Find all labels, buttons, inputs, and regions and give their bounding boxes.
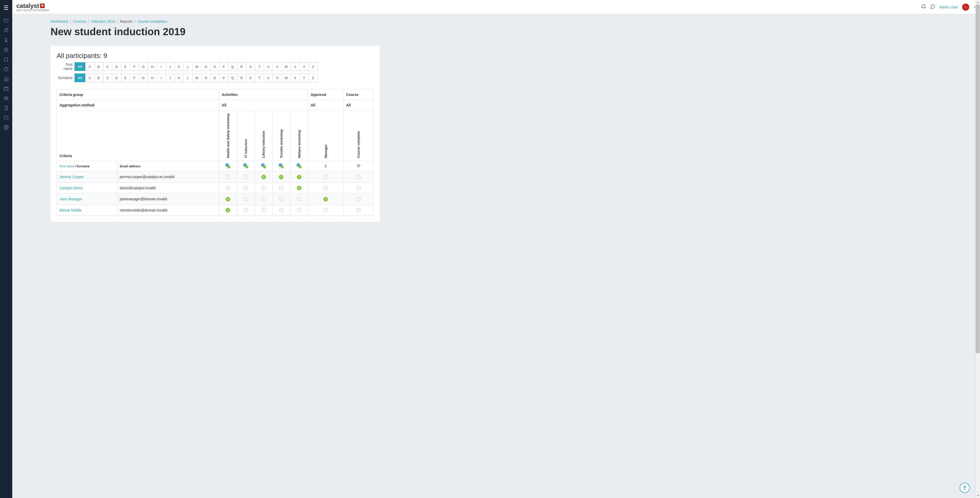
- sidebar-item-star[interactable]: [0, 45, 12, 55]
- activity-col-header[interactable]: Health and Safety workshop: [219, 110, 237, 161]
- person-name-link[interactable]: Minnie Mobile: [59, 208, 81, 212]
- breadcrumb-item[interactable]: Course completion: [138, 19, 167, 24]
- status-cell[interactable]: [272, 172, 290, 183]
- alpha-y[interactable]: Y: [300, 62, 309, 71]
- alpha-m[interactable]: M: [192, 73, 202, 82]
- sidebar-item-folder2[interactable]: [0, 113, 12, 123]
- scrollbar-thumb[interactable]: [976, 5, 980, 353]
- alpha-w[interactable]: W: [282, 73, 291, 82]
- status-cell[interactable]: [290, 172, 308, 183]
- alpha-q[interactable]: Q: [228, 62, 237, 71]
- alpha-z[interactable]: Z: [309, 73, 318, 82]
- hamburger-icon[interactable]: ☰: [3, 5, 9, 11]
- course-col-header[interactable]: Course complete: [344, 110, 374, 161]
- status-cell[interactable]: [290, 194, 308, 205]
- alpha-s[interactable]: S: [246, 73, 255, 82]
- alpha-l[interactable]: L: [183, 73, 192, 82]
- status-cell[interactable]: [237, 194, 255, 205]
- sidebar-item-graduation[interactable]: [0, 93, 12, 103]
- status-cell[interactable]: [255, 194, 272, 205]
- alpha-k[interactable]: K: [175, 73, 184, 82]
- status-cell[interactable]: [344, 182, 374, 194]
- alpha-m[interactable]: M: [192, 62, 202, 71]
- alpha-s[interactable]: S: [246, 62, 255, 71]
- person-name-link[interactable]: Jemma Cooper: [59, 175, 84, 179]
- alpha-x[interactable]: X: [291, 73, 300, 82]
- status-cell[interactable]: [255, 172, 272, 183]
- alpha-n[interactable]: N: [201, 73, 210, 82]
- messages-icon[interactable]: [930, 4, 935, 10]
- logo[interactable]: catalyst⚑ open source technologists: [16, 3, 49, 11]
- alpha-r[interactable]: R: [237, 62, 246, 71]
- alpha-v[interactable]: V: [273, 62, 282, 71]
- activity-col-header[interactable]: Mahara workshop: [290, 110, 308, 161]
- activity-col-header[interactable]: Turnitin workshop: [272, 110, 290, 161]
- alpha-u[interactable]: U: [264, 62, 273, 71]
- alpha-n[interactable]: N: [201, 62, 210, 71]
- sidebar-item-settings[interactable]: [0, 123, 12, 132]
- alpha-z[interactable]: Z: [309, 62, 318, 71]
- alpha-y[interactable]: Y: [300, 73, 309, 82]
- scrollbar[interactable]: ▲ ▼: [975, 0, 980, 498]
- alpha-a[interactable]: A: [85, 73, 94, 82]
- alpha-v[interactable]: V: [273, 73, 282, 82]
- sidebar-item-badge[interactable]: [0, 35, 12, 45]
- status-cell[interactable]: [219, 172, 237, 183]
- status-cell[interactable]: [344, 194, 374, 205]
- alpha-o[interactable]: O: [210, 62, 220, 71]
- breadcrumb-item[interactable]: Dashboard: [51, 19, 68, 24]
- alpha-h[interactable]: H: [148, 62, 157, 71]
- status-cell[interactable]: [272, 194, 290, 205]
- sidebar-item-calendar[interactable]: [0, 84, 12, 93]
- alpha-e[interactable]: E: [121, 62, 130, 71]
- status-cell[interactable]: [237, 182, 255, 194]
- status-cell[interactable]: [308, 172, 344, 183]
- alpha-i[interactable]: I: [157, 62, 166, 71]
- alpha-q[interactable]: Q: [228, 73, 237, 82]
- status-cell[interactable]: [237, 205, 255, 216]
- activity-col-header[interactable]: Library induction: [255, 110, 272, 161]
- alpha-g[interactable]: G: [139, 62, 148, 71]
- scrollbar-up-icon[interactable]: ▲: [976, 0, 980, 5]
- alpha-k[interactable]: K: [175, 62, 184, 71]
- alpha-e[interactable]: E: [121, 73, 130, 82]
- alpha-x[interactable]: X: [291, 62, 300, 71]
- sidebar-item-gauge[interactable]: [0, 64, 12, 74]
- alpha-p[interactable]: P: [219, 62, 228, 71]
- user-avatar[interactable]: [962, 3, 969, 11]
- alpha-u[interactable]: U: [264, 73, 273, 82]
- sidebar-item-file[interactable]: [0, 103, 12, 113]
- alpha-g[interactable]: G: [139, 73, 148, 82]
- alpha-r[interactable]: R: [237, 73, 246, 82]
- accessibility-button[interactable]: [959, 483, 970, 493]
- person-name-link[interactable]: Catalyst Demo: [59, 186, 83, 190]
- status-cell[interactable]: [290, 205, 308, 216]
- alpha-f[interactable]: F: [130, 73, 139, 82]
- breadcrumb-item[interactable]: Induction 2019: [91, 19, 115, 24]
- alpha-i[interactable]: I: [157, 73, 166, 82]
- status-cell[interactable]: [219, 194, 237, 205]
- alpha-l[interactable]: L: [183, 62, 192, 71]
- alpha-c[interactable]: C: [103, 73, 112, 82]
- alpha-j[interactable]: J: [165, 62, 175, 71]
- status-cell[interactable]: [308, 182, 344, 194]
- alpha-h[interactable]: H: [148, 73, 157, 82]
- approval-col-header[interactable]: Manager: [308, 110, 344, 161]
- alpha-f[interactable]: F: [130, 62, 139, 71]
- status-cell[interactable]: [219, 205, 237, 216]
- alpha-d[interactable]: D: [112, 62, 121, 71]
- alpha-t[interactable]: T: [255, 62, 264, 71]
- alpha-c[interactable]: C: [103, 62, 112, 71]
- user-menu-link[interactable]: Admin User: [939, 5, 958, 9]
- sidebar-item-folder[interactable]: [0, 16, 12, 25]
- alpha-b[interactable]: B: [94, 73, 103, 82]
- sidebar-item-users[interactable]: [0, 25, 12, 35]
- person-name-link[interactable]: Jane Manager: [59, 197, 83, 201]
- status-cell[interactable]: [290, 182, 308, 194]
- status-cell[interactable]: [237, 172, 255, 183]
- sidebar-item-home[interactable]: [0, 74, 12, 84]
- alpha-b[interactable]: B: [94, 62, 103, 71]
- scrollbar-down-icon[interactable]: ▼: [976, 493, 980, 498]
- status-cell[interactable]: [219, 182, 237, 194]
- status-cell[interactable]: [272, 182, 290, 194]
